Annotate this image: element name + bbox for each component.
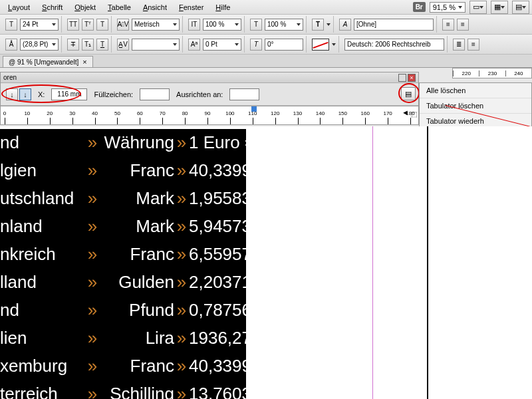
tabs-panel-titlebar[interactable]: oren × bbox=[1, 72, 418, 83]
tracking-icon: A̲V bbox=[117, 39, 129, 51]
control-row-2: Å (28,8 Pt) T̶ T₁ T A̲V Aª 0 Pt T 0° Deu… bbox=[0, 35, 532, 55]
document-tab[interactable]: @ 91 % [Umgewandelt] × bbox=[3, 56, 93, 67]
tabs-ruler[interactable]: 0102030405060708090100110120130140150160… bbox=[1, 106, 418, 124]
chevron-down-icon bbox=[458, 6, 462, 9]
tabs-panel: oren × ↓ ↓ X: 116 mm Füllzeichen: Ausric… bbox=[0, 72, 419, 125]
menu-delete-tab[interactable]: Tabulator löschen bbox=[420, 98, 531, 114]
fill-color-icon[interactable]: T bbox=[312, 19, 324, 31]
strike-icon[interactable]: T̶ bbox=[67, 39, 79, 51]
zoom-value: 91,5 % bbox=[433, 3, 456, 11]
table-row: xemburg»Franc»40,3399¶ bbox=[0, 352, 246, 380]
leading-icon: Å bbox=[5, 39, 17, 51]
stroke-swatch[interactable] bbox=[312, 39, 329, 51]
fill-char-label: Füllzeichen: bbox=[94, 90, 133, 98]
menu-schrift[interactable]: Schrift bbox=[37, 2, 68, 13]
x-position-field[interactable]: 116 mm bbox=[51, 88, 87, 100]
screen-mode-button[interactable]: ▭ bbox=[469, 1, 487, 14]
subscript-icon[interactable]: T₁ bbox=[82, 39, 94, 51]
menu-tabelle[interactable]: Tabelle bbox=[102, 2, 136, 13]
table-row: lien»Lira»1936,27¶ bbox=[0, 325, 246, 352]
char-style-field[interactable]: [Ohne] bbox=[354, 19, 434, 31]
align-on-label: Ausrichten an: bbox=[176, 90, 223, 98]
document-tab-strip: @ 91 % [Umgewandelt] × bbox=[0, 55, 532, 68]
tabs-panel-title: oren bbox=[3, 74, 17, 81]
tab-align-group: ↓ ↓ bbox=[6, 88, 31, 100]
para-align-center-icon[interactable]: ≡ bbox=[457, 19, 469, 31]
page-edge bbox=[427, 126, 428, 399]
tab-align-decimal-button[interactable]: ↓ bbox=[19, 88, 31, 100]
vert-scale-icon: IT bbox=[188, 19, 200, 31]
margin-guide bbox=[372, 126, 373, 399]
menu-ansicht[interactable]: Ansicht bbox=[138, 2, 172, 13]
kerning-field[interactable]: Metrisch bbox=[132, 19, 180, 31]
ruler-right-arrow-icon: ◄ bbox=[402, 108, 409, 116]
panel-close-button[interactable]: × bbox=[408, 74, 416, 82]
skew-icon: T bbox=[250, 39, 262, 51]
panel-menu-button[interactable]: ▤ bbox=[401, 87, 416, 100]
horiz-scale-icon: T bbox=[250, 19, 262, 31]
superscript-icon[interactable]: T bbox=[96, 19, 108, 31]
skew-field[interactable]: 0° bbox=[265, 39, 303, 51]
horiz-scale-field[interactable]: 100 % bbox=[265, 19, 303, 31]
para-align-justify-icon[interactable]: ≣ bbox=[453, 39, 465, 51]
close-icon[interactable]: × bbox=[82, 58, 86, 66]
table-row: terreich»Schilling»13,7603¶ bbox=[0, 380, 246, 399]
tabs-ruler-body: 0102030405060708090100110120130140150160… bbox=[1, 106, 406, 124]
tabs-control-row: ↓ ↓ X: 116 mm Füllzeichen: Ausrichten an… bbox=[1, 83, 418, 106]
menu-layout[interactable]: Layout bbox=[3, 2, 35, 13]
fill-char-field[interactable] bbox=[140, 88, 170, 100]
menu-clear-all[interactable]: Alle löschen bbox=[420, 83, 531, 98]
panel-minimize-button[interactable] bbox=[398, 74, 406, 82]
tracking-field[interactable] bbox=[132, 39, 180, 51]
allcaps-icon[interactable]: TT bbox=[67, 19, 79, 31]
baseline-field[interactable]: 0 Pt bbox=[203, 39, 241, 51]
font-size-icon: T bbox=[5, 19, 17, 31]
table-row: nd»Pfund»0,787564¶ bbox=[0, 297, 246, 325]
control-row-1: T 24 Pt TT Tᵀ T AͮV Metrisch IT 100 % T … bbox=[0, 15, 532, 35]
document-area: nd»Währung»1 Euro =¶lgien»Franc»40,3399¶… bbox=[0, 126, 532, 399]
smallcaps-icon[interactable]: Tᵀ bbox=[82, 19, 94, 31]
horizontal-ruler: 220 230 240 bbox=[452, 68, 532, 78]
table-row: lland»Gulden»2,20371¶ bbox=[0, 269, 246, 297]
table-row: nkreich»Franc»6,55957¶ bbox=[0, 241, 246, 269]
para-align-right-icon[interactable]: ≡ bbox=[467, 39, 479, 51]
menu-hilfe[interactable]: Hilfe bbox=[210, 2, 235, 13]
table-row: nd»Währung»1 Euro =¶ bbox=[0, 129, 246, 157]
char-style-icon: A bbox=[339, 19, 351, 31]
underline-icon[interactable]: T bbox=[96, 39, 108, 51]
tab-align-left-button[interactable]: ↓ bbox=[6, 88, 18, 100]
baseline-icon: Aª bbox=[188, 39, 200, 51]
menu-fenster[interactable]: Fenster bbox=[174, 2, 209, 13]
text-frame[interactable]: nd»Währung»1 Euro =¶lgien»Franc»40,3399¶… bbox=[0, 129, 246, 399]
language-field[interactable]: Deutsch: 2006 Rechtschreib bbox=[344, 39, 444, 51]
menubar: Layout Schrift Objekt Tabelle Ansicht Fe… bbox=[0, 0, 532, 15]
leading-field[interactable]: (28,8 Pt) bbox=[20, 39, 59, 51]
vert-scale-field[interactable]: 100 % bbox=[203, 19, 241, 31]
align-on-field[interactable] bbox=[229, 88, 259, 100]
magnet-icon[interactable]: ⬚ bbox=[411, 110, 417, 118]
zoom-combo[interactable]: 91,5 % bbox=[430, 2, 466, 13]
tab-stop-indicator[interactable] bbox=[251, 106, 257, 112]
kerning-icon: AͮV bbox=[117, 19, 129, 31]
bridge-icon[interactable]: Br bbox=[413, 2, 426, 12]
table-row: nland»Mark»5,94573¶ bbox=[0, 213, 246, 241]
table-row: utschland»Mark»1,95583¶ bbox=[0, 185, 246, 213]
menu-objekt[interactable]: Objekt bbox=[69, 2, 101, 13]
x-position-label: X: bbox=[38, 90, 45, 98]
document-tab-title: @ 91 % [Umgewandelt] bbox=[9, 59, 78, 66]
arrange-button[interactable]: ▦ bbox=[491, 1, 508, 14]
para-align-left-icon[interactable]: ≡ bbox=[442, 19, 454, 31]
table-row: lgien»Franc»40,3399¶ bbox=[0, 157, 246, 185]
font-size-field[interactable]: 24 Pt bbox=[20, 19, 59, 31]
view-options-button[interactable]: ▤ bbox=[512, 1, 529, 14]
